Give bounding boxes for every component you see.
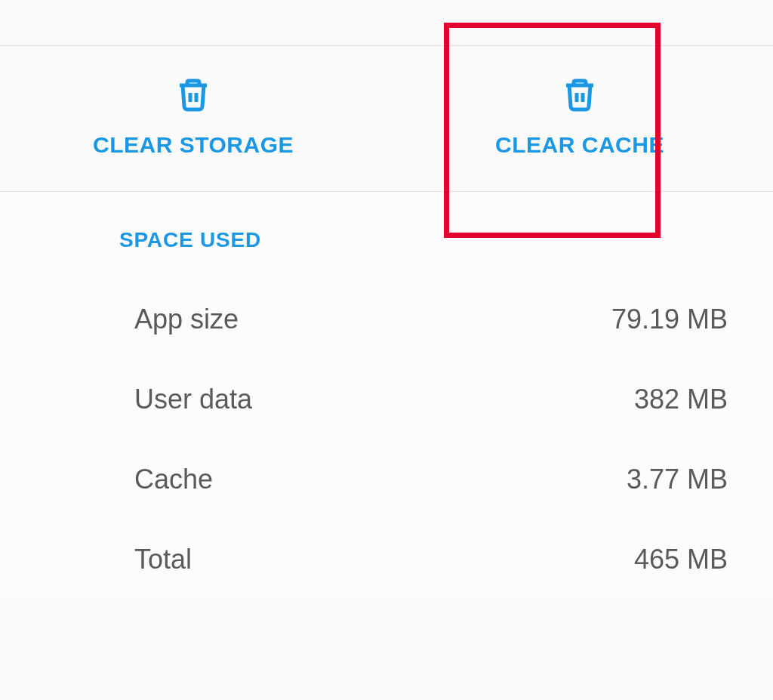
clear-storage-button[interactable]: CLEAR STORAGE [0, 46, 386, 191]
section-header: SPACE USED [119, 228, 728, 252]
row-value: 465 MB [634, 544, 728, 575]
cache-row[interactable]: Cache 3.77 MB [134, 439, 728, 520]
row-label: User data [134, 384, 252, 415]
clear-storage-label: CLEAR STORAGE [93, 132, 294, 158]
action-bar: CLEAR STORAGE CLEAR CACHE [0, 45, 773, 192]
row-label: Cache [134, 464, 213, 495]
app-size-row[interactable]: App size 79.19 MB [134, 279, 728, 359]
trash-icon [562, 76, 598, 116]
trash-icon [175, 76, 211, 116]
row-value: 382 MB [634, 384, 728, 415]
row-value: 3.77 MB [627, 464, 728, 495]
clear-cache-button[interactable]: CLEAR CACHE [386, 46, 773, 191]
row-label: App size [134, 304, 239, 335]
row-label: Total [134, 544, 192, 575]
space-used-section: SPACE USED App size 79.19 MB User data 3… [0, 192, 773, 600]
clear-cache-label: CLEAR CACHE [495, 132, 664, 158]
top-spacer [0, 0, 773, 45]
total-row[interactable]: Total 465 MB [134, 520, 728, 600]
user-data-row[interactable]: User data 382 MB [134, 359, 728, 439]
row-value: 79.19 MB [611, 304, 728, 335]
